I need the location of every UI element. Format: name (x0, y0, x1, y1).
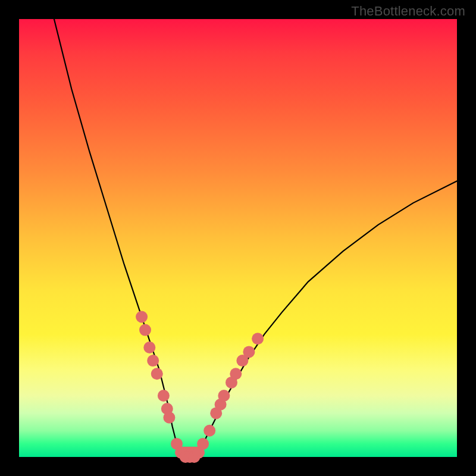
svg-point-14 (197, 438, 209, 450)
chart-frame: TheBottleneck.com (0, 0, 476, 476)
highlight-markers (136, 311, 264, 464)
svg-point-3 (147, 355, 159, 367)
bottleneck-curve (54, 19, 457, 457)
watermark-label: TheBottleneck.com (351, 4, 465, 19)
svg-point-2 (143, 342, 155, 353)
svg-point-5 (158, 390, 170, 402)
svg-point-1 (139, 324, 151, 336)
svg-point-20 (230, 368, 242, 380)
chart-overlay (19, 19, 457, 457)
svg-point-4 (151, 368, 163, 380)
svg-point-15 (203, 425, 215, 437)
svg-point-22 (243, 346, 255, 358)
svg-point-0 (136, 311, 148, 323)
svg-point-23 (252, 333, 264, 345)
svg-point-7 (163, 412, 175, 424)
svg-point-18 (218, 390, 230, 402)
